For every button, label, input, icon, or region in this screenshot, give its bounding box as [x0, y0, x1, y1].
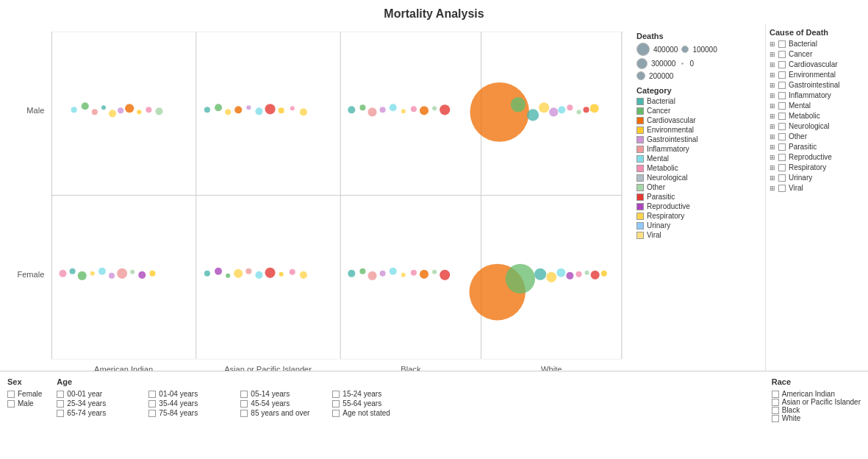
age-checkbox[interactable]	[332, 410, 340, 417]
svg-point-24	[215, 104, 222, 111]
race-checkbox[interactable]	[772, 391, 779, 398]
cause-item-neurological[interactable]: ⊞Neurological	[770, 122, 864, 130]
age-label: 25-34 years	[67, 399, 106, 408]
age-item-35-44-years[interactable]: 35-44 years	[148, 399, 237, 408]
category-item-inflammatory: Inflammatory	[636, 145, 758, 153]
race-items: American IndianAsian or Pacific Islander…	[772, 390, 861, 422]
category-color-mental	[636, 155, 644, 163]
age-item-55-64-years[interactable]: 55-64 years	[332, 399, 420, 408]
cause-checkbox[interactable]	[778, 185, 786, 192]
age-checkbox[interactable]	[240, 391, 248, 398]
age-item-01-04-years[interactable]: 01-04 years	[148, 390, 237, 398]
age-checkbox[interactable]	[148, 391, 156, 398]
cause-item-metabolic[interactable]: ⊞Metabolic	[770, 112, 864, 120]
cause-checkbox[interactable]	[778, 154, 786, 161]
cause-checkbox[interactable]	[778, 133, 786, 140]
cause-item-respiratory[interactable]: ⊞Respiratory	[770, 163, 864, 171]
age-checkbox[interactable]	[148, 400, 156, 408]
age-checkbox[interactable]	[240, 400, 248, 408]
age-item-45-54-years[interactable]: 45-54 years	[240, 399, 329, 408]
race-item-asian-or-pacific-islander[interactable]: Asian or Pacific Islander	[772, 398, 861, 406]
age-item-65-74-years[interactable]: 65-74 years	[57, 409, 145, 417]
svg-point-84	[506, 264, 535, 293]
svg-point-77	[390, 268, 397, 275]
age-checkbox[interactable]	[57, 410, 64, 417]
age-label: Age not stated	[342, 409, 390, 417]
age-item-85-years-and-over[interactable]: 85 years and over	[240, 409, 329, 417]
deaths-label-300k: 300000	[651, 60, 675, 68]
cause-item-urinary[interactable]: ⊞Urinary	[770, 174, 864, 182]
cause-item-cancer[interactable]: ⊞Cancer	[770, 50, 864, 58]
chart-legend: Deaths 400000 100000 300000 0	[629, 24, 765, 371]
cause-item-viral[interactable]: ⊞Viral	[770, 184, 864, 192]
svg-point-51	[584, 107, 589, 113]
svg-point-56	[90, 271, 95, 276]
age-item-age-not-stated[interactable]: Age not stated	[332, 409, 420, 417]
race-checkbox[interactable]	[772, 399, 779, 406]
race-checkbox[interactable]	[772, 407, 779, 414]
age-label: 35-44 years	[159, 399, 198, 408]
cause-item-cardiovascular[interactable]: ⊞Cardiovascular	[770, 60, 864, 68]
cause-item-inflammatory[interactable]: ⊞Inflammatory	[770, 91, 864, 99]
svg-point-23	[204, 107, 210, 113]
svg-point-73	[348, 270, 355, 277]
age-item-75-84-years[interactable]: 75-84 years	[148, 409, 237, 417]
svg-point-27	[246, 105, 251, 110]
age-item-05-14-years[interactable]: 05-14 years	[240, 390, 329, 398]
cause-item-reproductive[interactable]: ⊞Reproductive	[770, 153, 864, 161]
cause-checkbox[interactable]	[778, 92, 786, 99]
race-item-american-indian[interactable]: American Indian	[772, 390, 861, 398]
category-item-gastrointestinal: Gastrointestinal	[636, 135, 758, 143]
age-checkbox[interactable]	[57, 400, 64, 408]
svg-point-58	[109, 273, 115, 279]
sex-filter-female[interactable]: Female	[7, 390, 42, 398]
cause-checkbox[interactable]	[778, 82, 786, 89]
cause-label: Respiratory	[789, 163, 826, 171]
deaths-row-2: 300000 0	[636, 58, 758, 69]
cause-checkbox[interactable]	[778, 174, 786, 182]
cause-checkbox[interactable]	[778, 123, 786, 130]
age-item-25-34-years[interactable]: 25-34 years	[57, 399, 145, 408]
svg-point-29	[265, 104, 275, 114]
expand-icon: ⊞	[770, 82, 775, 89]
cause-item-mental[interactable]: ⊞Mental	[770, 102, 864, 110]
cause-label: Cancer	[789, 50, 812, 58]
age-checkbox[interactable]	[148, 410, 156, 417]
cause-item-environmental[interactable]: ⊞Environmental	[770, 71, 864, 79]
category-color-cardiovascular	[636, 117, 644, 124]
sex-filter-male[interactable]: Male	[7, 399, 42, 408]
race-filter-title: Race	[772, 377, 861, 386]
cause-checkbox[interactable]	[778, 61, 786, 68]
age-checkbox[interactable]	[240, 410, 248, 417]
age-filter: Age 00-01 year01-04 years05-14 years15-2…	[57, 377, 756, 453]
age-checkbox[interactable]	[332, 391, 340, 398]
cause-checkbox[interactable]	[778, 143, 786, 151]
category-item-cardiovascular: Cardiovascular	[636, 116, 758, 124]
cause-label: Other	[789, 132, 807, 140]
svg-point-87	[556, 268, 565, 277]
cause-checkbox[interactable]	[778, 102, 786, 110]
cause-checkbox[interactable]	[778, 51, 786, 58]
expand-icon: ⊞	[770, 40, 775, 48]
svg-point-26	[234, 106, 242, 113]
race-checkbox[interactable]	[772, 415, 779, 422]
age-item-15-24-years[interactable]: 15-24 years	[332, 390, 420, 398]
sex-checkbox-male[interactable]	[7, 400, 15, 408]
cause-item-other[interactable]: ⊞Other	[770, 132, 864, 140]
age-item-00-01-year[interactable]: 00-01 year	[57, 390, 145, 398]
cause-item-parasitic[interactable]: ⊞Parasitic	[770, 143, 864, 151]
cause-checkbox[interactable]	[778, 164, 786, 171]
sex-checkbox-female[interactable]	[7, 391, 15, 398]
cause-item-gastrointestinal[interactable]: ⊞Gastrointestinal	[770, 81, 864, 89]
race-item-white[interactable]: White	[772, 414, 861, 422]
cause-checkbox[interactable]	[778, 113, 786, 120]
cause-checkbox[interactable]	[778, 71, 786, 79]
cause-label: Parasitic	[789, 143, 817, 151]
age-checkbox[interactable]	[57, 391, 64, 398]
svg-point-19	[125, 104, 134, 113]
page: Mortality Analysis	[0, 0, 868, 459]
cause-item-bacterial[interactable]: ⊞Bacterial	[770, 40, 864, 48]
age-checkbox[interactable]	[332, 400, 340, 408]
race-item-black[interactable]: Black	[772, 406, 861, 414]
cause-checkbox[interactable]	[778, 40, 786, 48]
